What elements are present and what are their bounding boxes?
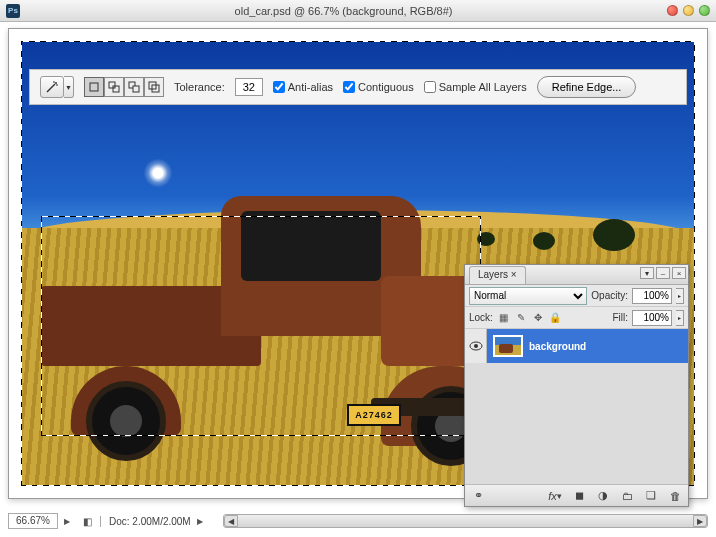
svg-point-12 xyxy=(474,344,478,348)
document-info-menu[interactable]: ▶ xyxy=(197,517,207,526)
zoom-menu-toggle[interactable]: ▶ xyxy=(64,517,74,526)
selection-new-button[interactable] xyxy=(84,77,104,97)
svg-line-0 xyxy=(47,84,55,92)
lock-fill-row: Lock: ▦ ✎ ✥ 🔒 Fill: ▸ xyxy=(465,307,688,329)
opacity-input[interactable] xyxy=(632,288,672,304)
antialias-checkbox-input[interactable] xyxy=(273,81,285,93)
tool-preset-dropdown[interactable]: ▼ xyxy=(64,76,74,98)
link-layers-button[interactable]: ⚭ xyxy=(469,488,487,504)
blend-opacity-row: Normal Opacity: ▸ xyxy=(465,285,688,307)
panel-menu-button[interactable]: ▾ xyxy=(640,267,654,279)
selection-add-button[interactable] xyxy=(104,77,124,97)
refine-edge-button[interactable]: Refine Edge... xyxy=(537,76,637,98)
horizontal-scrollbar[interactable]: ◀ ▶ xyxy=(223,514,708,528)
contiguous-label: Contiguous xyxy=(358,81,414,93)
fill-label: Fill: xyxy=(612,312,628,323)
layer-visibility-toggle[interactable] xyxy=(465,329,487,363)
selection-marquee xyxy=(41,216,481,436)
status-preview-icon[interactable]: ◧ xyxy=(80,514,94,528)
zoom-window-button[interactable] xyxy=(699,5,710,16)
magic-wand-icon xyxy=(45,80,59,94)
lock-all-button[interactable]: 🔒 xyxy=(548,311,562,325)
antialias-checkbox[interactable]: Anti-alias xyxy=(273,81,333,93)
layer-style-button[interactable]: fx▾ xyxy=(546,488,564,504)
selection-mode-group xyxy=(84,77,164,97)
layers-list[interactable]: background xyxy=(465,329,688,484)
sample-all-layers-label: Sample All Layers xyxy=(439,81,527,93)
delete-layer-button[interactable]: 🗑 xyxy=(666,488,684,504)
tab-layers[interactable]: Layers × xyxy=(469,266,526,284)
tool-options-bar: ▼ Tolerance: Anti-alias Contiguous Sampl… xyxy=(29,69,687,105)
contiguous-checkbox[interactable]: Contiguous xyxy=(343,81,414,93)
selection-intersect-button[interactable] xyxy=(144,77,164,97)
layer-name[interactable]: background xyxy=(529,341,586,352)
fill-input[interactable] xyxy=(632,310,672,326)
panel-tab-row: Layers × ▾ – × xyxy=(465,265,688,285)
svg-point-1 xyxy=(55,82,57,84)
layer-row[interactable]: background xyxy=(465,329,688,363)
svg-rect-6 xyxy=(113,86,119,92)
layer-thumbnail[interactable] xyxy=(493,335,523,357)
tolerance-input[interactable] xyxy=(235,78,263,96)
zoom-level-input[interactable]: 66.67% xyxy=(8,513,58,529)
contiguous-checkbox-input[interactable] xyxy=(343,81,355,93)
scroll-left-button[interactable]: ◀ xyxy=(224,515,238,527)
lock-position-button[interactable]: ✥ xyxy=(531,311,545,325)
minimize-window-button[interactable] xyxy=(683,5,694,16)
blend-mode-select[interactable]: Normal xyxy=(469,287,587,305)
document-info[interactable]: Doc: 2.00M/2.00M xyxy=(100,516,191,527)
lock-buttons: ▦ ✎ ✥ 🔒 xyxy=(497,311,562,325)
layer-mask-button[interactable]: ◼ xyxy=(570,488,588,504)
status-bar: 66.67% ▶ ◧ Doc: 2.00M/2.00M ▶ ◀ ▶ xyxy=(8,511,708,531)
sample-all-layers-checkbox[interactable]: Sample All Layers xyxy=(424,81,527,93)
window-titlebar: Ps old_car.psd @ 66.7% (background, RGB/… xyxy=(0,0,716,22)
close-window-button[interactable] xyxy=(667,5,678,16)
window-controls xyxy=(667,5,710,16)
sample-all-layers-checkbox-input[interactable] xyxy=(424,81,436,93)
app-icon: Ps xyxy=(6,4,20,18)
eye-icon xyxy=(469,341,483,351)
opacity-label: Opacity: xyxy=(591,290,628,301)
svg-rect-8 xyxy=(133,86,139,92)
fill-slider-toggle[interactable]: ▸ xyxy=(676,310,684,326)
svg-rect-4 xyxy=(90,83,98,91)
lock-transparency-button[interactable]: ▦ xyxy=(497,311,511,325)
new-group-button[interactable]: 🗀 xyxy=(618,488,636,504)
lock-label: Lock: xyxy=(469,312,493,323)
svg-rect-5 xyxy=(109,82,115,88)
document-title: old_car.psd @ 66.7% (background, RGB/8#) xyxy=(20,5,667,17)
magic-wand-tool-button[interactable] xyxy=(40,76,64,98)
scroll-right-button[interactable]: ▶ xyxy=(693,515,707,527)
panel-minimize-button[interactable]: – xyxy=(656,267,670,279)
antialias-label: Anti-alias xyxy=(288,81,333,93)
tab-layers-label: Layers xyxy=(478,269,508,280)
layers-panel-footer: ⚭ fx▾ ◼ ◑ 🗀 ❏ 🗑 xyxy=(465,484,688,506)
panel-close-button[interactable]: × xyxy=(672,267,686,279)
lock-pixels-button[interactable]: ✎ xyxy=(514,311,528,325)
layers-panel[interactable]: Layers × ▾ – × Normal Opacity: ▸ Lock: ▦… xyxy=(464,264,689,507)
adjustment-layer-button[interactable]: ◑ xyxy=(594,488,612,504)
opacity-slider-toggle[interactable]: ▸ xyxy=(676,288,684,304)
tolerance-label: Tolerance: xyxy=(174,81,225,93)
selection-subtract-button[interactable] xyxy=(124,77,144,97)
new-layer-button[interactable]: ❏ xyxy=(642,488,660,504)
document-window: A27462 ▼ Tolerance: Anti-alias Contiguou… xyxy=(8,28,708,499)
